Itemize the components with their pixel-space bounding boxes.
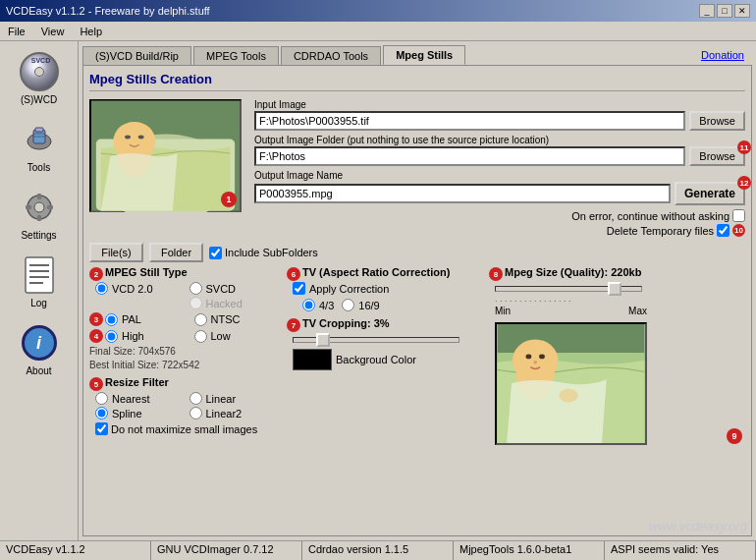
- vcd-radio-label[interactable]: VCD 2.0: [95, 282, 188, 295]
- badge-crop: 7: [287, 318, 300, 332]
- mpeg-type-title-row: 2 MPEG Still Type: [89, 266, 281, 282]
- delete-temp-text: Delete Temporary files: [607, 225, 714, 237]
- baby-photo-svg: [91, 99, 240, 212]
- ratio-169-label[interactable]: 16/9: [342, 299, 379, 311]
- mpeg-type-panel: 2 MPEG Still Type VCD 2.0 SVCD: [89, 266, 281, 447]
- low-radio-label[interactable]: Low: [194, 330, 282, 343]
- apply-correction-text: Apply Correction: [309, 283, 389, 295]
- tools-icon: [19, 119, 60, 160]
- sidebar-tools-label: Tools: [27, 162, 50, 173]
- svcd-radio[interactable]: [189, 282, 202, 295]
- menu-view[interactable]: View: [37, 25, 69, 38]
- crop-slider[interactable]: [293, 337, 459, 343]
- sidebar-item-tools[interactable]: Tools: [4, 113, 75, 179]
- include-subfolders-label[interactable]: Include SubFolders: [209, 247, 318, 259]
- main-panel: Mpeg Stills Creation: [82, 65, 752, 536]
- browse1-button[interactable]: Browse: [689, 111, 745, 131]
- mpeg-size-slider[interactable]: [495, 286, 642, 292]
- menu-file[interactable]: File: [4, 25, 29, 38]
- tab-mpeg-tools[interactable]: MPEG Tools: [193, 46, 279, 65]
- quality-row: 4 High Low: [89, 329, 281, 343]
- window-controls[interactable]: _ □ ✕: [699, 4, 750, 18]
- high-radio[interactable]: [105, 330, 118, 343]
- high-label: High: [122, 330, 144, 342]
- main-layout: SVCD (S)WCD Tools: [0, 41, 756, 540]
- pal-label: PAL: [122, 313, 141, 325]
- on-error-checkbox[interactable]: [732, 209, 745, 222]
- no-maximize-checkbox[interactable]: [95, 422, 108, 435]
- minimize-button[interactable]: _: [699, 4, 715, 18]
- nearest-radio[interactable]: [95, 392, 108, 405]
- tab-mpeg-stills[interactable]: Mpeg Stills: [383, 45, 465, 65]
- input-image-field[interactable]: [254, 111, 685, 131]
- ratio-43-label[interactable]: 4/3: [302, 299, 334, 311]
- close-button[interactable]: ✕: [734, 4, 750, 18]
- nearest-radio-label[interactable]: Nearest: [95, 392, 188, 405]
- min-max-row: Min Max: [495, 306, 647, 316]
- linear-radio[interactable]: [189, 392, 202, 405]
- ratio-43-radio[interactable]: [302, 299, 315, 311]
- mpeg-size-slider-area: · · · · · · · · · · · · · · · · Min Max: [495, 282, 745, 316]
- linear2-radio-label[interactable]: Linear2: [189, 407, 282, 420]
- linear2-radio[interactable]: [189, 407, 202, 420]
- maximize-button[interactable]: □: [717, 4, 732, 18]
- svg-rect-8: [37, 215, 41, 221]
- generate-button[interactable]: Generate: [675, 182, 745, 205]
- tv-panel: 6 TV (Aspect Ratio Correction) Apply Cor…: [287, 266, 483, 447]
- badge-pal: 3: [89, 312, 103, 326]
- svcd-label: SVCD: [206, 283, 237, 295]
- svg-rect-11: [26, 257, 53, 293]
- low-radio[interactable]: [194, 330, 207, 343]
- linear-radio-label[interactable]: Linear: [189, 392, 282, 405]
- sidebar-item-log[interactable]: Log: [4, 249, 75, 314]
- files-button[interactable]: File(s): [89, 243, 143, 262]
- badge-mpeg: 8: [489, 267, 503, 281]
- donation-link[interactable]: Donation: [701, 49, 752, 65]
- spline-radio-label[interactable]: Spline: [95, 407, 188, 420]
- large-preview-svg: [495, 322, 647, 445]
- svg-point-28: [526, 354, 532, 359]
- svg-point-23: [138, 136, 144, 140]
- include-subfolders-checkbox[interactable]: [209, 247, 222, 259]
- on-error-label[interactable]: On error, continue without asking: [571, 209, 745, 222]
- apply-correction-checkbox[interactable]: [293, 282, 305, 295]
- sidebar-item-about[interactable]: i About: [4, 316, 75, 382]
- sidebar-item-svcd[interactable]: SVCD (S)WCD: [4, 45, 75, 111]
- pal-radio[interactable]: [105, 313, 118, 326]
- hacked-radio: [189, 297, 202, 309]
- spline-radio[interactable]: [95, 407, 108, 420]
- no-maximize-label[interactable]: Do not maximize small images: [95, 422, 281, 435]
- status-bar: VCDEasy v1.1.2 GNU VCDImager 0.7.12 Cdrd…: [0, 540, 756, 560]
- sidebar-log-label: Log: [30, 298, 47, 308]
- sidebar-about-label: About: [26, 365, 51, 376]
- ntsc-radio-label[interactable]: NTSC: [194, 313, 282, 326]
- ratio-169-radio[interactable]: [342, 299, 354, 311]
- pal-radio-label[interactable]: PAL: [105, 313, 192, 326]
- status-vcdimager: GNU VCDImager 0.7.12: [151, 541, 302, 560]
- output-name-group: Output Image Name 12 Generate: [254, 170, 745, 205]
- best-initial-text: Best Initial Size: 722x542: [89, 360, 281, 370]
- delete-temp-label[interactable]: Delete Temporary files 10: [607, 224, 745, 237]
- tab-svcd-build[interactable]: (S)VCD Build/Rip: [82, 46, 191, 65]
- high-radio-label[interactable]: High: [105, 330, 192, 343]
- settings-icon: [19, 187, 60, 228]
- tab-cdrdao-tools[interactable]: CDRDAO Tools: [281, 46, 381, 65]
- ntsc-radio[interactable]: [194, 313, 207, 326]
- tv-title: TV (Aspect Ratio Correction): [302, 266, 450, 278]
- output-folder-group: Output Image Folder (put nothing to use …: [254, 135, 745, 166]
- tabs-bar: (S)VCD Build/Rip MPEG Tools CDRDAO Tools…: [79, 41, 756, 65]
- menu-help[interactable]: Help: [76, 25, 106, 38]
- badge-resize: 5: [89, 377, 103, 391]
- folder-button[interactable]: Folder: [149, 243, 203, 262]
- bottom-panels: 2 MPEG Still Type VCD 2.0 SVCD: [89, 266, 745, 447]
- delete-temp-checkbox[interactable]: [717, 224, 729, 237]
- background-color-swatch[interactable]: [293, 349, 332, 370]
- image-preview-area: 1: [89, 99, 246, 237]
- vcd-radio[interactable]: [95, 282, 108, 295]
- output-name-field[interactable]: [254, 184, 671, 203]
- include-subfolders-text: Include SubFolders: [225, 247, 318, 258]
- no-maximize-text: Do not maximize small images: [111, 423, 257, 435]
- output-folder-field[interactable]: [254, 146, 685, 166]
- svcd-radio-label[interactable]: SVCD: [189, 282, 282, 295]
- sidebar-item-settings[interactable]: Settings: [4, 181, 75, 247]
